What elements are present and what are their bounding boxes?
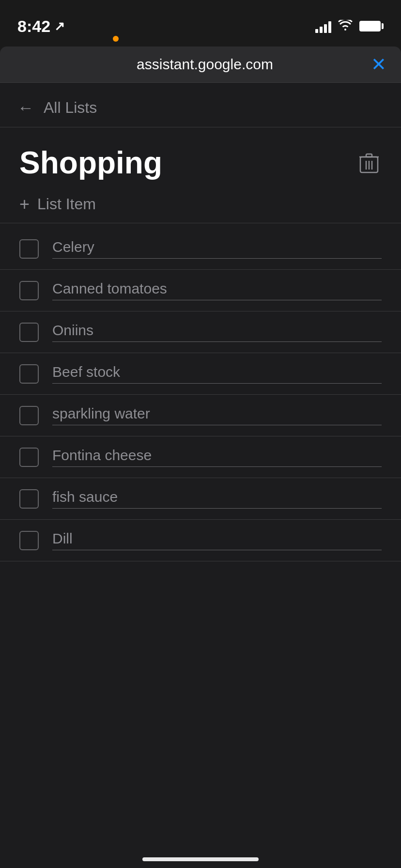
list-title: Shopping — [19, 145, 162, 181]
list-item[interactable]: sparkling water — [0, 395, 401, 436]
shopping-items-list: Celery Canned tomatoes Oniins Beef stock — [0, 228, 401, 561]
list-item[interactable]: Canned tomatoes — [0, 270, 401, 311]
list-item[interactable]: Oniins — [0, 311, 401, 353]
location-arrow-icon: ↗ — [54, 19, 65, 34]
delete-list-button[interactable] — [356, 150, 382, 175]
item-text-4: Beef stock — [52, 364, 382, 384]
list-item[interactable]: Beef stock — [0, 353, 401, 395]
item-text-1: Celery — [52, 239, 382, 259]
status-bar: 8:42 ↗ — [0, 0, 401, 43]
list-header: Shopping — [0, 127, 401, 190]
item-text-5: sparkling water — [52, 405, 382, 425]
battery-icon — [359, 21, 384, 31]
browser-bar: assistant.google.com ✕ — [0, 46, 401, 82]
item-checkbox-6[interactable] — [19, 448, 39, 467]
item-checkbox-4[interactable] — [19, 364, 39, 384]
home-indicator — [142, 857, 259, 861]
list-item[interactable]: Celery — [0, 228, 401, 270]
add-item-label: List Item — [37, 195, 96, 213]
item-text-2: Canned tomatoes — [52, 280, 382, 300]
back-button[interactable]: ← — [17, 98, 34, 117]
list-item[interactable]: Fontina cheese — [0, 436, 401, 478]
status-icons — [315, 19, 384, 34]
item-checkbox-5[interactable] — [19, 406, 39, 425]
item-text-3: Oniins — [52, 322, 382, 342]
list-item[interactable]: fish sauce — [0, 478, 401, 520]
items-separator — [0, 223, 401, 223]
signal-icon — [315, 19, 331, 33]
close-button[interactable]: ✕ — [371, 55, 386, 74]
wifi-icon — [338, 19, 353, 34]
list-item[interactable]: Dill — [0, 520, 401, 561]
main-content: ← All Lists Shopping + List Item Celery — [0, 83, 401, 868]
time-display: 8:42 — [17, 17, 50, 36]
add-plus-icon: + — [19, 196, 30, 213]
all-lists-label[interactable]: All Lists — [44, 99, 97, 117]
item-text-8: Dill — [52, 530, 382, 550]
add-item-button[interactable]: + List Item — [0, 190, 401, 223]
orange-dot — [113, 36, 119, 42]
item-checkbox-3[interactable] — [19, 323, 39, 342]
status-time: 8:42 ↗ — [17, 17, 65, 36]
item-text-6: Fontina cheese — [52, 447, 382, 467]
item-checkbox-7[interactable] — [19, 489, 39, 509]
nav-bar: ← All Lists — [0, 83, 401, 127]
item-text-7: fish sauce — [52, 489, 382, 509]
item-checkbox-1[interactable] — [19, 239, 39, 259]
item-checkbox-2[interactable] — [19, 281, 39, 300]
item-checkbox-8[interactable] — [19, 531, 39, 550]
browser-url: assistant.google.com — [39, 56, 371, 73]
